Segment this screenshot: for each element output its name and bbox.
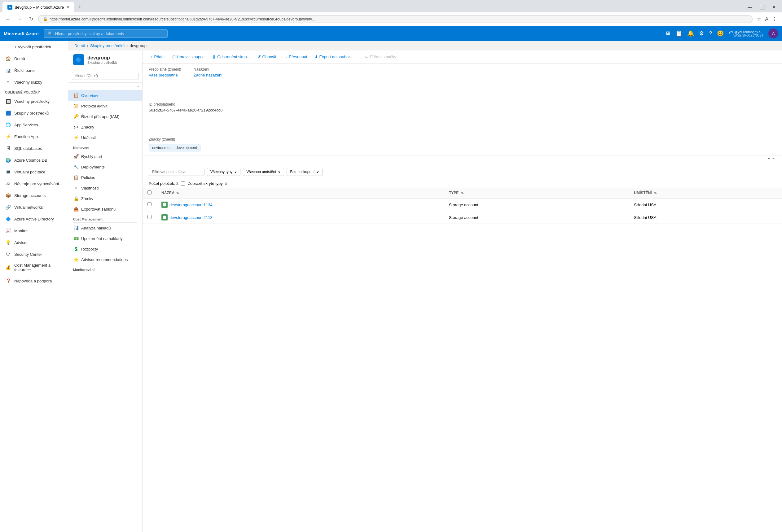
rg-nav-cost-alerts[interactable]: 💵 Upozornění na náklady xyxy=(68,233,142,244)
sidebar-item-all-services[interactable]: ≡ Všechny služby xyxy=(0,76,68,88)
profile-button[interactable]: A xyxy=(764,15,770,23)
assign-tags-button[interactable]: 🏷 Přiřadit značky xyxy=(362,53,399,61)
rg-nav-advisor-recommendations[interactable]: ⭐ Advisor recommendations xyxy=(68,254,142,265)
forward-button[interactable]: → xyxy=(15,16,24,23)
rg-nav-activity-log[interactable]: 📜 Protokol aktivit xyxy=(68,101,142,111)
resource-name-link-0[interactable]: devstorageaccount1134 xyxy=(162,201,439,208)
sidebar-item-monitor[interactable]: 📈 Monitor xyxy=(0,225,68,237)
cloud-shell-icon[interactable]: 🖥 xyxy=(665,30,671,37)
table-row: devstorageaccount1134 Storage account St… xyxy=(143,198,782,211)
sidebar-item-virtual-networks[interactable]: 🔗 Virtual networks xyxy=(0,201,68,213)
tags-toolbar-icon: 🏷 xyxy=(365,54,369,59)
user-menu[interactable]: you@yourcompany.c... VAŠE SPOLEČNOST xyxy=(729,30,763,37)
filter-name-input[interactable] xyxy=(149,168,205,176)
breadcrumb-home[interactable]: Domů xyxy=(74,43,85,48)
sidebar-item-all-resources[interactable]: 🔲 Všechny prostředky xyxy=(0,96,68,107)
sidebar-item-virtual-machines[interactable]: 💻 Virtuální počítače xyxy=(0,166,68,178)
cost-icon: 💰 xyxy=(5,264,11,271)
export-button[interactable]: ⬇ Export do soubor... xyxy=(311,53,356,61)
type-sort-icon[interactable]: ⇅ xyxy=(461,191,463,195)
add-button[interactable]: + Přidat xyxy=(147,53,168,61)
settings-icon[interactable]: ⚙ xyxy=(699,30,704,37)
sidebar-item-dashboard[interactable]: 📊 Řídicí panel xyxy=(0,65,68,76)
bookmark-button[interactable]: ☆ xyxy=(756,15,762,23)
rg-search-input[interactable] xyxy=(72,72,139,80)
subscription-value[interactable]: Vaše předplatné xyxy=(149,73,181,77)
reload-button[interactable]: ↻ xyxy=(27,15,35,23)
sidebar-item-app-services[interactable]: 🌐 App Services xyxy=(0,119,68,131)
sidebar-item-cost-management[interactable]: 💰 Cost Management a fakturace xyxy=(0,260,68,275)
sidebar-item-azure-ad[interactable]: 🔷 Azure Active Directory xyxy=(0,213,68,225)
show-hidden-checkbox[interactable] xyxy=(181,182,185,186)
name-sort-icon[interactable]: ⇅ xyxy=(176,191,179,195)
row-checkbox-0[interactable] xyxy=(147,202,151,206)
type-filter-dropdown[interactable]: Všechny typy ∨ xyxy=(207,168,241,176)
back-button[interactable]: ← xyxy=(4,16,12,23)
sidebar-item-sql-databases[interactable]: 🗄 SQL databases xyxy=(0,143,68,154)
collapse-info-icon[interactable]: ⌃⌃ xyxy=(767,157,776,163)
rg-nav-policies[interactable]: 📋 Policies xyxy=(68,172,142,183)
feedback-icon[interactable]: 😊 xyxy=(717,30,724,37)
sidebar-item-help[interactable]: ❓ Nápověda a podpora xyxy=(0,275,68,287)
directory-icon[interactable]: 📋 xyxy=(675,30,682,37)
rg-nav-overview[interactable]: 📋 Overview xyxy=(68,90,142,101)
rg-header: 🔷 devgroup Skupina prostředků xyxy=(68,50,142,69)
deployment-value[interactable]: Žádné nasazení xyxy=(193,73,222,77)
rg-nav-export[interactable]: 📤 Exportovat šablonu xyxy=(68,204,142,214)
refresh-label: Obnovit xyxy=(262,54,276,59)
browser-tab-bar: A devgroup – Microsoft Azure ✕ + — ⬜ ✕ xyxy=(0,0,782,12)
app-services-icon: 🌐 xyxy=(5,122,11,128)
sidebar-item-advisor[interactable]: 💡 Advisor xyxy=(0,237,68,249)
location-sort-icon[interactable]: ⇅ xyxy=(654,191,656,195)
rg-nav-tags[interactable]: 🏷 Značky xyxy=(68,122,142,132)
rg-nav-properties[interactable]: ≡ Vlastnosti xyxy=(68,183,142,193)
breadcrumb-rg[interactable]: Skupiny prostředků xyxy=(90,43,125,48)
grouping-filter-dropdown[interactable]: Bez seskupení ∨ xyxy=(287,168,323,176)
sidebar-create[interactable]: + + Vytvořit prostředek xyxy=(0,41,68,53)
count-row: Počet položek: 2 Zobrazit skryté typy ℹ xyxy=(143,179,782,188)
location-filter-dropdown[interactable]: Všechna umístění ∨ xyxy=(243,168,284,176)
rg-nav-deployments[interactable]: 🔧 Deployments xyxy=(68,162,142,172)
edit-columns-button[interactable]: ⊞ Upravit sloupce xyxy=(169,53,208,61)
rg-nav-events[interactable]: ⚡ Události xyxy=(68,132,142,143)
resource-name-link-1[interactable]: devstorageaccount2113 xyxy=(162,214,439,221)
new-tab-button[interactable]: + xyxy=(76,3,84,12)
azure-search-box[interactable]: 🔍 xyxy=(44,29,168,38)
search-input[interactable] xyxy=(55,31,164,36)
rg-nav-quick-start[interactable]: 🚀 Rychlý start xyxy=(68,151,142,162)
rg-nav-iam[interactable]: 🔑 Řízení přístupu (IAM) xyxy=(68,111,142,122)
maximize-button[interactable]: ⬜ xyxy=(756,3,768,11)
header-location: UMÍSTĚNÍ ⇅ xyxy=(629,188,782,198)
address-input[interactable]: 🔒 https://portal.azure.com/#@geoffallixh… xyxy=(38,15,753,23)
refresh-button[interactable]: ↺ Obnovit xyxy=(254,53,279,61)
delete-group-button[interactable]: 🗑 Odstranění skup... xyxy=(209,53,253,61)
avatar[interactable]: A xyxy=(768,29,778,38)
tab-close-button[interactable]: ✕ xyxy=(66,5,69,9)
select-all-checkbox[interactable] xyxy=(147,190,151,194)
window-controls: — ⬜ ✕ xyxy=(744,3,780,11)
minimize-button[interactable]: — xyxy=(744,3,756,11)
sidebar-item-resource-groups[interactable]: 🟦 Skupiny prostředků xyxy=(0,107,68,119)
notifications-icon[interactable]: 🔔 xyxy=(687,30,694,37)
sidebar-item-security-center[interactable]: 🛡 Security Center xyxy=(0,249,68,260)
monitor-section-header: Monitorování xyxy=(68,265,142,273)
sidebar-item-home[interactable]: 🏠 Domů xyxy=(0,53,68,65)
move-button[interactable]: → Přesunout xyxy=(280,53,310,61)
sidebar-item-load-balancer[interactable]: ⚖ Nástroje pro vyrovnávání... xyxy=(0,178,68,190)
sidebar-item-storage-accounts[interactable]: 📦 Storage accounts xyxy=(0,190,68,201)
active-tab[interactable]: A devgroup – Microsoft Azure ✕ xyxy=(2,2,74,12)
row-checkbox-1[interactable] xyxy=(147,215,151,219)
rg-nav-cost-analysis[interactable]: 📊 Analýza nákladů xyxy=(68,223,142,233)
sidebar-item-cosmos-db[interactable]: 🌍 Azure Cosmos DB xyxy=(0,154,68,166)
close-button[interactable]: ✕ xyxy=(768,3,780,11)
help-icon[interactable]: ? xyxy=(709,30,712,37)
move-icon: → xyxy=(283,54,287,59)
row-name-1: devstorageaccount2113 xyxy=(156,211,444,224)
rg-panel-collapse[interactable]: « xyxy=(68,83,142,90)
advisor-recs-label: Advisor recommendations xyxy=(81,257,128,262)
sidebar-item-function-app[interactable]: ⚡ Function App xyxy=(0,131,68,143)
rg-nav-locks[interactable]: 🔒 Zámky xyxy=(68,193,142,204)
rg-nav-budgets[interactable]: 💲 Rozpočty xyxy=(68,244,142,254)
row-location-1: Střední USA xyxy=(629,211,782,224)
menu-button[interactable]: ⋮ xyxy=(771,15,778,23)
